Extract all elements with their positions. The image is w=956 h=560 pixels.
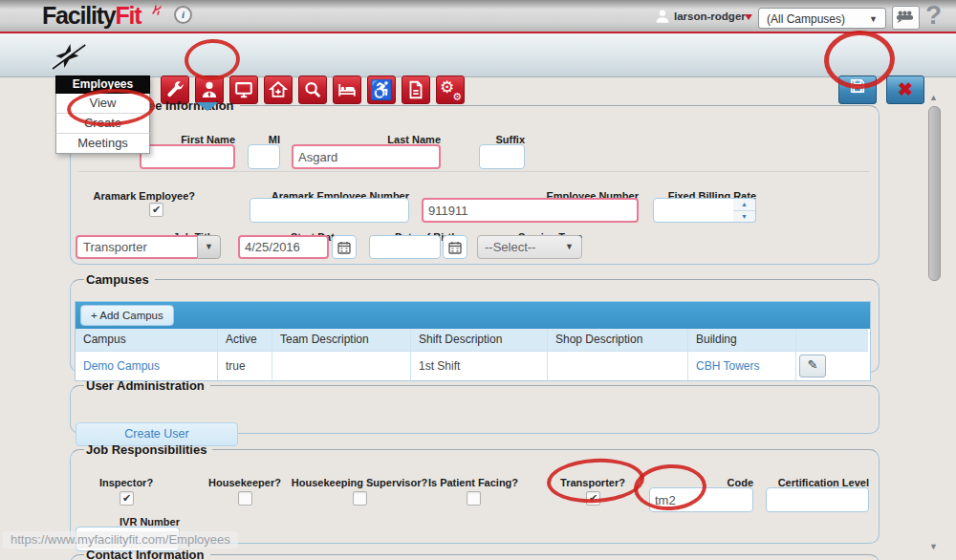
wheelchair-icon: ♿ (370, 79, 394, 100)
grid-header-row: Campus Active Team Description Shift Des… (76, 329, 870, 351)
logo-text-fit: Fit (116, 2, 141, 29)
certification-level-field[interactable] (766, 487, 869, 512)
column-header-campus: Campus (76, 329, 217, 351)
campuses-legend: Campuses (84, 272, 155, 287)
user-menu-caret-icon (745, 14, 752, 20)
pencil-icon: ✎ (808, 357, 818, 372)
mi-field[interactable] (248, 144, 280, 169)
close-button[interactable]: ✖ (886, 75, 924, 104)
inspector-label: Inspector? (78, 477, 174, 488)
app-header: FacilityFit i larson-rodger (All Campuse… (0, 0, 956, 33)
broken-image-icon (42, 42, 94, 75)
fixed-billing-rate-spinner[interactable]: ▲▼ (733, 198, 756, 223)
menu-pointer-icon (196, 102, 219, 111)
column-header-actions (795, 329, 868, 351)
chevron-down-icon: ▼ (869, 9, 878, 30)
edit-row-button[interactable]: ✎ (799, 355, 826, 377)
aramark-employee-label: Aramark Employee? (76, 190, 195, 202)
column-header-shift-description: Shift Description (410, 329, 547, 351)
employees-dropdown-menu: Employees View Create Meetings (55, 75, 150, 154)
contact-information-legend: Contact Information (84, 548, 210, 560)
code-field[interactable] (649, 487, 753, 512)
service-type-value: --Select-- (485, 240, 535, 254)
logo-trademark-icon (151, 3, 163, 14)
housekeeper-label: Housekeeper? (197, 477, 293, 488)
grid-toolbar: + Add Campus (76, 302, 870, 329)
logo-text-facility: Facility (42, 2, 116, 29)
job-responsibilities-legend: Job Responsibilities (84, 442, 212, 457)
scrollbar-up-arrow[interactable]: ▲ (929, 93, 938, 102)
spinner-down-icon[interactable]: ▼ (733, 210, 755, 223)
user-avatar-icon (654, 8, 671, 25)
menu-item-create[interactable]: Create (55, 114, 150, 134)
first-name-field[interactable] (140, 144, 235, 169)
cell-team-description (272, 351, 410, 380)
is-patient-facing-label: Is Patient Facing? (406, 477, 540, 488)
suffix-field[interactable] (479, 144, 525, 169)
menu-item-meetings[interactable]: Meetings (55, 134, 150, 154)
app-logo: FacilityFit (42, 2, 141, 30)
user-administration-legend: User Administration (84, 378, 210, 393)
feedback-chat-button[interactable] (892, 6, 920, 30)
cell-campus: Demo Campus (76, 351, 217, 380)
cell-active: true (217, 351, 272, 380)
job-responsibilities-section: Job Responsibilities Inspector? ✔ Housek… (70, 442, 880, 544)
column-header-active: Active (217, 329, 272, 351)
housekeeping-supervisor-checkbox[interactable] (353, 491, 367, 506)
red-x-icon: ✖ (898, 79, 913, 99)
job-title-combobox[interactable]: Transporter (76, 235, 197, 259)
add-campus-button[interactable]: + Add Campus (80, 305, 174, 326)
cell-building: CBH Towers (687, 351, 795, 380)
housekeeper-checkbox[interactable] (238, 491, 252, 506)
app-window: FacilityFit i larson-rodger (All Campuse… (0, 0, 956, 560)
floppy-disk-icon (848, 76, 867, 96)
campuses-section: Campuses + Add Campus Campus Active Team… (70, 272, 880, 373)
date-of-birth-field[interactable] (369, 235, 441, 259)
is-patient-facing-checkbox[interactable] (467, 491, 481, 506)
aramark-employee-checkbox[interactable]: ✔ (149, 203, 163, 217)
inspector-checkbox[interactable]: ✔ (120, 491, 134, 506)
section-divider (78, 171, 870, 172)
employee-number-field[interactable] (422, 198, 639, 223)
main-toolbar: ♿ ⚙⚙ ✖ (0, 33, 956, 77)
campus-selector[interactable]: (All Campuses) ▼ (758, 8, 886, 29)
last-name-field[interactable] (292, 144, 441, 169)
menu-title: Employees (55, 75, 150, 94)
aramark-employee-number-field[interactable] (250, 198, 409, 223)
cell-shop-description (547, 351, 687, 380)
user-administration-section: User Administration Create User (70, 378, 880, 434)
column-header-team-description: Team Description (272, 329, 410, 351)
help-icon[interactable]: ? (925, 0, 942, 31)
transporter-checkbox[interactable]: ✔ (586, 491, 600, 506)
campus-selector-value: (All Campuses) (767, 12, 845, 26)
campuses-grid: + Add Campus Campus Active Team Descript… (75, 301, 871, 381)
service-type-select[interactable]: --Select-- ▼ (477, 235, 582, 259)
scrollbar-thumb[interactable] (928, 106, 941, 281)
scrollbar-down-arrow[interactable]: ▼ (929, 542, 938, 551)
chevron-down-icon: ▼ (565, 236, 574, 258)
contact-information-section: Contact Information (70, 548, 880, 560)
fixed-billing-rate-field[interactable] (653, 198, 734, 223)
info-icon[interactable]: i (174, 6, 192, 24)
employee-information-section: Employee Information First Name MI Last … (70, 98, 880, 265)
cell-shift-description: 1st Shift (410, 351, 547, 380)
status-bar-url: https://www.myfacilityfit.com/Employees (3, 531, 238, 549)
menu-item-view[interactable]: View (55, 94, 150, 114)
column-header-shop-description: Shop Description (547, 329, 687, 351)
user-menu[interactable]: larson-rodger (674, 11, 746, 22)
table-row[interactable]: Demo Campus true 1st Shift CBH Towers (76, 351, 870, 380)
column-header-building: Building (687, 329, 795, 351)
spinner-up-icon[interactable]: ▲ (733, 199, 755, 210)
